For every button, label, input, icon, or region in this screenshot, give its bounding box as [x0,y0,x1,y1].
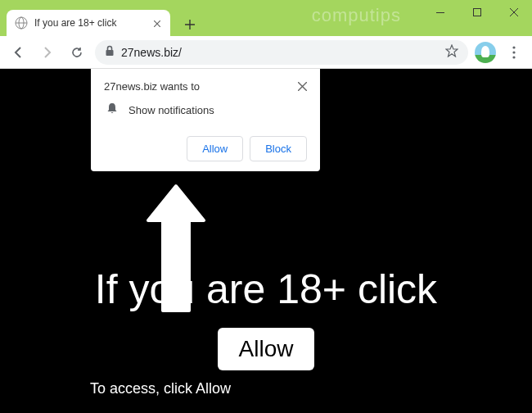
permission-capability-text: Show notifications [128,104,214,116]
svg-point-7 [512,51,515,53]
maximize-icon [473,8,481,16]
browser-tab[interactable]: If you are 18+ click [7,10,170,36]
back-button[interactable] [7,41,29,64]
minimize-icon [436,12,444,13]
svg-rect-0 [436,12,444,13]
close-window-button[interactable] [495,0,532,25]
arrow-right-icon [41,46,54,59]
chrome-menu-button[interactable] [503,41,525,64]
bookmark-star-icon[interactable] [445,44,458,60]
page-message: If you are 18+ click Allow To access, cl… [0,266,532,397]
maximize-button[interactable] [458,0,495,25]
lock-icon [105,45,115,59]
window-controls [422,0,532,25]
svg-rect-1 [473,9,480,16]
svg-point-8 [512,56,515,58]
permission-origin-text: 27news.biz wants to [104,80,200,93]
page-content: If you are 18+ click Allow To access, cl… [0,69,532,413]
arrow-left-icon [11,46,25,59]
url-text: 27news.biz/ [121,46,439,59]
forward-button[interactable] [36,41,59,64]
permission-close-button[interactable] [298,80,307,93]
dots-vertical-icon [512,46,516,59]
permission-allow-button[interactable]: Allow [187,136,243,161]
permission-popup: 27news.biz wants to Show notifications A… [91,69,320,171]
reload-icon [70,46,83,59]
new-tab-button[interactable] [178,15,201,36]
reload-button[interactable] [65,41,88,64]
browser-window: computips If you are 18+ click [0,0,532,413]
tab-close-button[interactable] [152,16,162,30]
close-icon [298,82,307,91]
close-icon [510,8,518,16]
page-subtext: To access, click Allow [0,380,532,397]
headline-text: If you are 18+ click [0,266,532,313]
minimize-button[interactable] [422,0,458,25]
close-icon [154,20,160,27]
svg-point-6 [512,46,515,48]
page-allow-button[interactable]: Allow [218,328,315,370]
toolbar: 27news.biz/ [0,36,532,69]
address-bar[interactable]: 27news.biz/ [95,40,468,65]
tab-title: If you are 18+ click [34,17,146,29]
plus-icon [185,20,195,30]
profile-avatar[interactable] [475,42,496,63]
globe-icon [15,16,28,30]
svg-rect-5 [106,50,114,56]
bell-icon [106,102,119,118]
permission-block-button[interactable]: Block [250,136,307,161]
